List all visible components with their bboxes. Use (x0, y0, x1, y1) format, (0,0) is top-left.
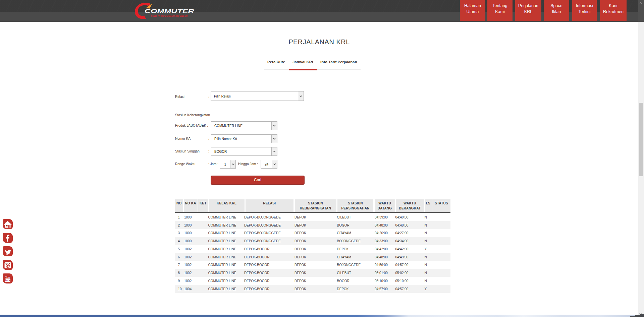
svg-text:You: You (5, 275, 10, 278)
svg-text:COMMUTER: COMMUTER (145, 8, 194, 14)
svg-text:Tube: Tube (5, 279, 11, 282)
svg-text:KERETA COMMUTER INDONESIA: KERETA COMMUTER INDONESIA (151, 15, 189, 17)
